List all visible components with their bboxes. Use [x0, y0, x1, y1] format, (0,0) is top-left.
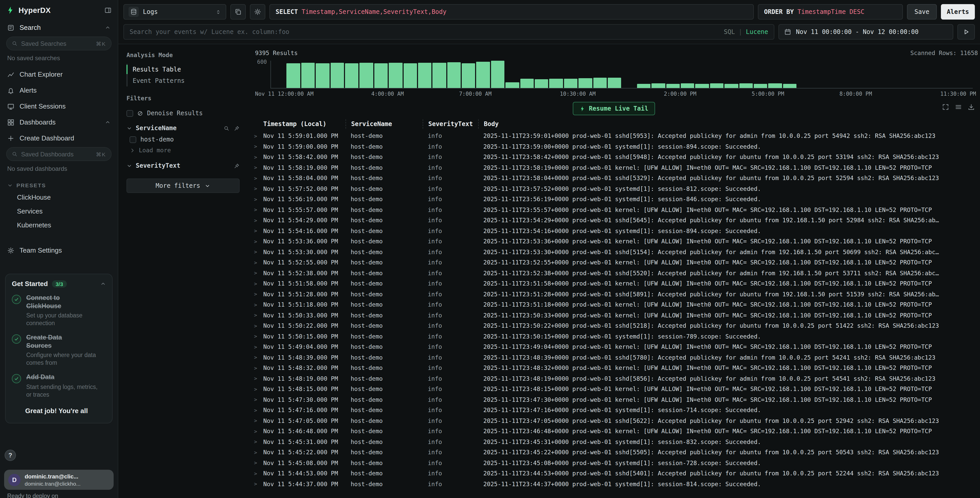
- histogram-bar[interactable]: [462, 63, 475, 88]
- table-row[interactable]: >Nov 11 5:44:53.000 PMhost-demoinfo2025-…: [248, 468, 980, 479]
- lang-lucene[interactable]: Lucene: [746, 28, 768, 35]
- histogram-bar[interactable]: [724, 84, 738, 88]
- chevron-up-icon[interactable]: [100, 281, 106, 287]
- mode-event-patterns[interactable]: Event Patterns: [127, 75, 240, 86]
- histogram-bar[interactable]: [651, 83, 665, 88]
- sidebar-item-team-settings[interactable]: Team Settings: [0, 242, 118, 258]
- load-more-button[interactable]: Load more: [126, 145, 240, 157]
- row-expand-icon[interactable]: >: [248, 386, 263, 392]
- row-expand-icon[interactable]: >: [248, 133, 263, 139]
- table-row[interactable]: >Nov 11 5:47:16.000 PMhost-demoinfo2025-…: [248, 405, 980, 415]
- row-expand-icon[interactable]: >: [248, 429, 263, 434]
- table-row[interactable]: >Nov 11 5:54:29.000 PMhost-demoinfo2025-…: [248, 215, 980, 226]
- denoise-results-toggle[interactable]: Denoise Results: [126, 107, 240, 119]
- resume-live-tail-button[interactable]: Resume Live Tail: [573, 102, 655, 115]
- row-expand-icon[interactable]: >: [248, 291, 263, 297]
- table-row[interactable]: >Nov 11 5:48:39.000 PMhost-demoinfo2025-…: [248, 352, 980, 363]
- histogram-bar[interactable]: [695, 84, 709, 88]
- rows-icon[interactable]: [955, 104, 962, 111]
- histogram-bar[interactable]: [345, 64, 359, 88]
- row-expand-icon[interactable]: >: [248, 218, 263, 223]
- row-expand-icon[interactable]: >: [248, 481, 263, 487]
- help-button[interactable]: ?: [5, 450, 16, 461]
- table-row[interactable]: >Nov 11 5:45:22.000 PMhost-demoinfo2025-…: [248, 447, 980, 458]
- row-expand-icon[interactable]: >: [248, 365, 263, 371]
- histogram-bar[interactable]: [403, 63, 417, 88]
- table-row[interactable]: >Nov 11 5:55:57.000 PMhost-demoinfo2025-…: [248, 204, 980, 215]
- histogram-bar[interactable]: [535, 79, 548, 88]
- table-row[interactable]: >Nov 11 5:53:36.000 PMhost-demoinfo2025-…: [248, 236, 980, 247]
- histogram-bar[interactable]: [476, 62, 490, 88]
- row-expand-icon[interactable]: >: [248, 355, 263, 361]
- row-expand-icon[interactable]: >: [248, 439, 263, 445]
- histogram-bar[interactable]: [710, 83, 724, 88]
- table-row[interactable]: >Nov 11 5:56:19.000 PMhost-demoinfo2025-…: [248, 194, 980, 204]
- histogram-bar[interactable]: [783, 84, 797, 88]
- histogram-bar[interactable]: [666, 84, 680, 88]
- histogram-bar[interactable]: [754, 84, 767, 88]
- histogram-bar[interactable]: [739, 83, 753, 88]
- table-row[interactable]: >Nov 11 5:50:15.000 PMhost-demoinfo2025-…: [248, 331, 980, 342]
- chevron-up-icon[interactable]: [105, 119, 111, 125]
- table-row[interactable]: >Nov 11 5:58:04.000 PMhost-demoinfo2025-…: [248, 173, 980, 184]
- sidebar-item-search[interactable]: Search: [0, 19, 118, 35]
- search-input[interactable]: Search your events w/ Lucene ex. column:…: [123, 24, 774, 40]
- histogram-bar[interactable]: [447, 62, 461, 88]
- row-expand-icon[interactable]: >: [248, 407, 263, 413]
- row-expand-icon[interactable]: >: [248, 186, 263, 192]
- create-dashboard-button[interactable]: Create Dashboard: [0, 130, 118, 146]
- saved-dashboards-input[interactable]: Saved Dashboards ⌘K: [6, 147, 111, 161]
- table-row[interactable]: >Nov 11 5:51:18.000 PMhost-demoinfo2025-…: [248, 299, 980, 310]
- histogram-bar[interactable]: [316, 63, 329, 88]
- table-row[interactable]: >Nov 11 5:45:31.000 PMhost-demoinfo2025-…: [248, 437, 980, 447]
- table-row[interactable]: >Nov 11 5:59:00.000 PMhost-demoinfo2025-…: [248, 141, 980, 152]
- table-row[interactable]: >Nov 11 5:50:33.000 PMhost-demoinfo2025-…: [248, 310, 980, 321]
- table-row[interactable]: >Nov 11 5:47:05.000 PMhost-demoinfo2025-…: [248, 415, 980, 426]
- table-row[interactable]: >Nov 11 5:47:30.000 PMhost-demoinfo2025-…: [248, 394, 980, 405]
- table-row[interactable]: >Nov 11 5:52:38.000 PMhost-demoinfo2025-…: [248, 268, 980, 278]
- histogram-bar[interactable]: [549, 79, 563, 88]
- row-expand-icon[interactable]: >: [248, 239, 263, 244]
- magnifier-icon[interactable]: [224, 125, 229, 131]
- row-expand-icon[interactable]: >: [248, 323, 263, 329]
- histogram-bar[interactable]: [374, 63, 388, 88]
- row-expand-icon[interactable]: >: [248, 228, 263, 234]
- checklist-item-connect[interactable]: Connect to ClickHouse Set up your databa…: [12, 294, 106, 327]
- row-expand-icon[interactable]: >: [248, 270, 263, 276]
- pin-icon[interactable]: [234, 163, 240, 169]
- row-expand-icon[interactable]: >: [248, 313, 263, 318]
- query-settings-button[interactable]: [250, 4, 265, 19]
- presets-section-header[interactable]: PRESETS: [0, 177, 118, 190]
- severitytext-filter-group[interactable]: SeverityText: [126, 157, 240, 171]
- table-row[interactable]: >Nov 11 5:58:19.000 PMhost-demoinfo2025-…: [248, 162, 980, 173]
- sidebar-item-dashboards[interactable]: Dashboards: [0, 114, 118, 130]
- date-range-picker[interactable]: Nov 11 00:00:00 - Nov 12 00:00:00: [778, 24, 953, 40]
- histogram-bar[interactable]: [564, 79, 578, 88]
- saved-searches-input[interactable]: Saved Searches ⌘K: [6, 37, 111, 50]
- col-timestamp[interactable]: Timestamp (Local): [263, 120, 345, 128]
- sidebar-item-services[interactable]: Services: [0, 204, 118, 218]
- sql-select-input[interactable]: SELECT Timestamp,ServiceName,SeverityTex…: [269, 4, 754, 19]
- row-expand-icon[interactable]: >: [248, 249, 263, 255]
- row-expand-icon[interactable]: >: [248, 154, 263, 160]
- histogram-bar[interactable]: [491, 61, 505, 88]
- histogram-bar[interactable]: [418, 63, 432, 88]
- col-severitytext[interactable]: SeverityText: [423, 119, 478, 129]
- histogram-bar[interactable]: [578, 78, 592, 88]
- row-expand-icon[interactable]: >: [248, 460, 263, 466]
- sidebar-item-alerts[interactable]: Alerts: [0, 82, 118, 98]
- histogram-bar[interactable]: [301, 62, 315, 88]
- table-row[interactable]: >Nov 11 5:45:08.000 PMhost-demoinfo2025-…: [248, 458, 980, 468]
- get-started-header[interactable]: Get Started 3/3: [12, 280, 106, 287]
- table-row[interactable]: >Nov 11 5:57:52.000 PMhost-demoinfo2025-…: [248, 184, 980, 194]
- row-expand-icon[interactable]: >: [248, 397, 263, 402]
- histogram-bar[interactable]: [520, 79, 534, 88]
- row-expand-icon[interactable]: >: [248, 471, 263, 476]
- source-select[interactable]: Logs: [123, 4, 226, 19]
- order-by-input[interactable]: ORDER BY TimestampTime DESC: [758, 4, 903, 19]
- row-expand-icon[interactable]: >: [248, 344, 263, 350]
- row-expand-icon[interactable]: >: [248, 176, 263, 181]
- table-row[interactable]: >Nov 11 5:59:01.000 PMhost-demoinfo2025-…: [248, 131, 980, 141]
- download-icon[interactable]: [968, 104, 975, 111]
- sidebar-item-chart-explorer[interactable]: Chart Explorer: [0, 66, 118, 82]
